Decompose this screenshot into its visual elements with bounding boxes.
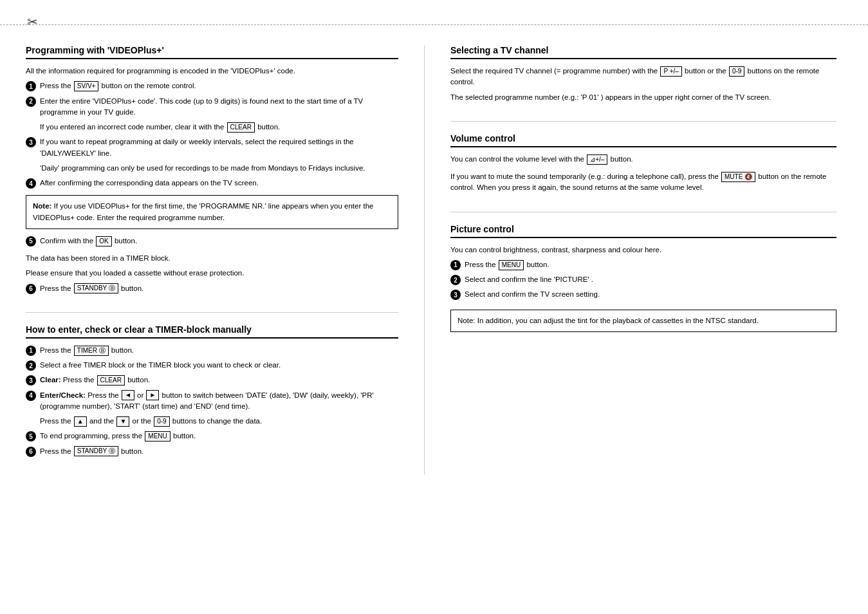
standby-button-2: STANDBY Ⓑ: [74, 446, 118, 456]
section-timer: How to enter, check or clear a TIMER-blo…: [26, 324, 398, 457]
step-content: Press the STANDBY Ⓑ button.: [40, 283, 398, 294]
list-item: 2 Select and confirm the line 'PICTURE' …: [450, 274, 836, 285]
picture-intro: You can control brightness, contrast, sh…: [450, 245, 836, 256]
list-item: 'Daily' programming can only be used for…: [40, 163, 398, 174]
step-num: 3: [450, 290, 461, 300]
section-timer-title: How to enter, check or clear a TIMER-blo…: [26, 324, 398, 339]
section-volume: Volume control You can control the volum…: [450, 133, 836, 194]
up-button: ▲: [74, 416, 87, 427]
step-num: 6: [26, 447, 36, 457]
list-item: 1 Press the SV/V+ button on the remote c…: [26, 80, 398, 91]
section-tv-channel: Selecting a TV channel Select the requir…: [450, 45, 836, 103]
list-item: 6 Press the STANDBY Ⓑ button.: [26, 283, 398, 294]
videoplus-note: Note: If you use VIDEOPlus+ for the firs…: [26, 195, 398, 229]
ok-button: OK: [96, 236, 111, 247]
step-content: If you want to repeat programming at dai…: [40, 136, 398, 159]
clear-button-2: CLEAR: [97, 375, 125, 386]
section-tv-channel-title: Selecting a TV channel: [450, 45, 836, 59]
step-num: 6: [26, 284, 36, 294]
list-item: 2 Enter the entire 'VIDEOPlus+ code'. Th…: [26, 96, 398, 118]
step-content: Press the MENU button.: [465, 259, 836, 270]
step-content: Select and confirm the line 'PICTURE' .: [465, 274, 836, 285]
picture-note: Note: In addition, you can adjust the ti…: [450, 310, 836, 332]
svv-button: SV/V+: [74, 81, 99, 91]
section-picture-title: Picture control: [450, 224, 836, 238]
list-item: 5 To end programming, press the MENU but…: [26, 431, 398, 442]
videoplus-step6: 6 Press the STANDBY Ⓑ button.: [26, 283, 398, 294]
section-divider-3: [450, 212, 836, 212]
step-num: 1: [26, 81, 36, 91]
list-item: 5 Confirm with the OK button.: [26, 236, 398, 247]
step-num: 4: [26, 391, 36, 401]
num-button-tv: 0-9: [729, 66, 744, 77]
step-num: 1: [26, 346, 36, 356]
scissors-icon: ✂: [27, 14, 38, 30]
p-plus-minus-button: P +/–: [660, 66, 681, 77]
step-num: 2: [26, 360, 36, 371]
list-item: 6 Press the STANDBY Ⓑ button.: [26, 446, 398, 457]
right-column: Selecting a TV channel Select the requir…: [425, 45, 836, 475]
menu-button-pic: MENU: [499, 260, 524, 270]
note-label: Note:: [33, 202, 51, 210]
left-column: Programming with 'VIDEOPlus+' All the in…: [26, 45, 425, 475]
step-content: 'Daily' programming can only be used for…: [40, 163, 398, 174]
menu-button: MENU: [145, 431, 170, 442]
timer-button: TIMER Ⓑ: [74, 346, 109, 356]
list-item: 3 Select and confirm the TV screen setti…: [450, 289, 836, 300]
mute-button: MUTE 🔇: [721, 172, 755, 182]
step-bold: Clear:: [40, 376, 61, 384]
section-volume-title: Volume control: [450, 133, 836, 147]
list-item: 2 Select a free TIMER block or the TIMER…: [26, 360, 398, 371]
step-num: 2: [26, 97, 36, 107]
section-picture: Picture control You can control brightne…: [450, 224, 836, 332]
timer-steps: 1 Press the TIMER Ⓑ button. 2 Select a f…: [26, 345, 398, 457]
num-button: 0-9: [154, 416, 169, 427]
videoplus-intro: All the information required for program…: [26, 66, 398, 77]
step-content: Select and confirm the TV screen setting…: [465, 289, 836, 300]
back-btn: ◄: [122, 390, 134, 400]
step-num: 1: [450, 260, 461, 270]
picture-steps: 1 Press the MENU button. 2 Select and co…: [450, 259, 836, 301]
step-num: 5: [26, 431, 36, 442]
step-num: 5: [26, 236, 36, 247]
volume-text: You can control the volume level with th…: [450, 154, 836, 165]
cut-line: [0, 24, 868, 25]
videoplus-steps-cont: 5 Confirm with the OK button.: [26, 236, 398, 247]
step-content: Confirm with the OK button.: [40, 236, 398, 247]
volume-button: ⊿+/–: [587, 154, 607, 165]
clear-button: CLEAR: [227, 122, 255, 133]
fwd-btn: ►: [146, 390, 159, 400]
step-bold: Enter/Check:: [40, 391, 86, 399]
section-videoplus-title: Programming with 'VIDEOPlus+': [26, 45, 398, 59]
list-item: 4 After confirming the corresponding dat…: [26, 178, 398, 189]
list-item: Press the ▲ and the ▼ or the 0-9 buttons…: [40, 416, 398, 427]
step-num: 2: [450, 275, 461, 285]
step-content: Enter the entire 'VIDEOPlus+ code'. This…: [40, 96, 398, 118]
step-content: Enter/Check: Press the ◄ or ► button to …: [40, 390, 398, 413]
section-divider-2: [450, 121, 836, 122]
section-divider: [26, 312, 398, 313]
list-item: 3 If you want to repeat programming at d…: [26, 136, 398, 159]
standby-button: STANDBY Ⓑ: [74, 283, 118, 293]
list-item: 4 Enter/Check: Press the ◄ or ► button t…: [26, 390, 398, 413]
step-content: Press the ▲ and the ▼ or the 0-9 buttons…: [40, 416, 398, 427]
down-button: ▼: [116, 416, 129, 427]
list-item: If you entered an incorrect code number,…: [40, 122, 398, 133]
step-content: Press the TIMER Ⓑ button.: [40, 345, 398, 356]
list-item: 1 Press the TIMER Ⓑ button.: [26, 345, 398, 356]
step-content: Press the SV/V+ button on the remote con…: [40, 80, 398, 91]
step-content: Clear: Press the CLEAR button.: [40, 375, 398, 386]
step-num: 3: [26, 137, 36, 147]
cassette-text: Please ensure that you loaded a cassette…: [26, 268, 398, 279]
list-item: 3 Clear: Press the CLEAR button.: [26, 375, 398, 386]
tv-channel-text: Select the required TV channel (= progra…: [450, 66, 836, 88]
step-content: After confirming the corresponding data …: [40, 178, 398, 189]
step-content: Press the STANDBY Ⓑ button.: [40, 446, 398, 457]
step-num: 3: [26, 375, 36, 386]
step-content: If you entered an incorrect code number,…: [40, 122, 398, 133]
step-num: 4: [26, 178, 36, 189]
mute-text: If you want to mute the sound temporaril…: [450, 171, 836, 194]
section-videoplus: Programming with 'VIDEOPlus+' All the in…: [26, 45, 398, 294]
tv-channel-text2: The selected programme number (e.g.: 'P …: [450, 92, 836, 103]
step-content: To end programming, press the MENU butto…: [40, 431, 398, 442]
